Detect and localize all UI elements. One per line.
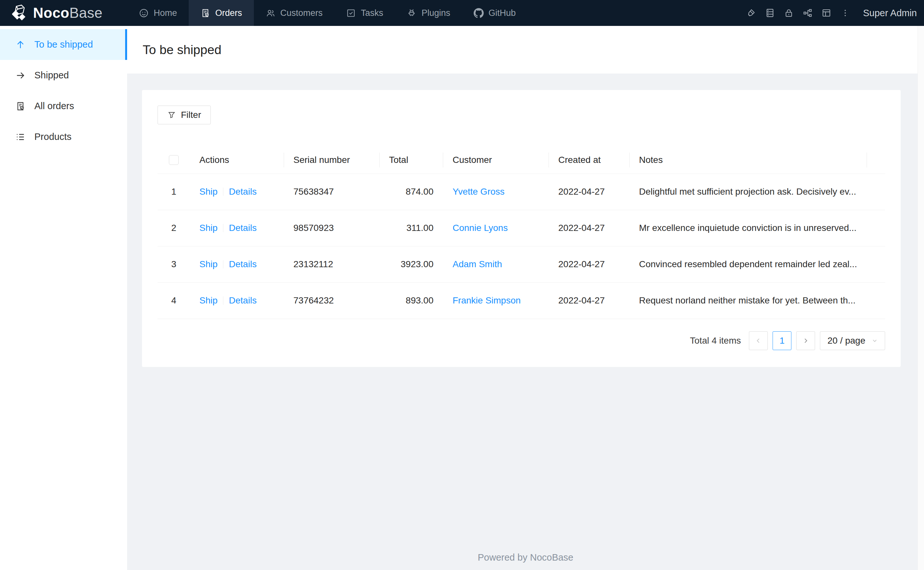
footer-text: Powered by NocoBase	[127, 552, 924, 563]
sidebar-item-label: To be shipped	[34, 39, 93, 50]
page-number-button[interactable]: 1	[773, 331, 792, 350]
nocobase-logo[interactable]: NocoBase	[0, 0, 127, 26]
sidebar-item-all-orders[interactable]: All orders	[0, 91, 127, 121]
pagination: Total 4 items 1 20 / page	[158, 331, 885, 350]
notes-cell: Convinced resembled dependent remainder …	[630, 246, 867, 282]
tab-label: Tasks	[361, 8, 383, 18]
row-index: 1	[158, 173, 190, 210]
smile-icon	[139, 8, 149, 18]
sidebar-item-to-be-shipped[interactable]: To be shipped	[0, 29, 127, 60]
lock-icon[interactable]	[779, 0, 798, 26]
chevron-right-icon	[802, 337, 810, 345]
action-divider	[223, 260, 223, 268]
content-area: Filter Actions Serial number Total Custo…	[127, 74, 924, 570]
navbar-right: Super Admin	[742, 0, 924, 26]
created-at-cell: 2022-04-27	[549, 246, 630, 282]
total-cell: 893.00	[380, 282, 443, 319]
tab-label: Orders	[215, 8, 242, 18]
select-all-checkbox[interactable]	[169, 155, 178, 165]
notes-cell: Request norland neither mistake for yet.…	[630, 282, 867, 319]
previous-page-button[interactable]	[749, 331, 768, 350]
notes-cell: Mr excellence inquietude conviction is i…	[630, 210, 867, 246]
created-at-cell: 2022-04-27	[549, 282, 630, 319]
details-link[interactable]: Details	[229, 295, 257, 305]
tab-label: GitHub	[489, 8, 516, 18]
table-row: 3 ShipDetails 23132112 3923.00 Adam Smit…	[158, 246, 885, 282]
column-header-total: Total	[380, 146, 443, 173]
tab-label: Plugins	[421, 8, 450, 18]
orders-card: Filter Actions Serial number Total Custo…	[142, 90, 901, 367]
sidebar: To be shipped Shipped All orders Product…	[0, 26, 127, 570]
pagination-total: Total 4 items	[690, 336, 741, 346]
total-cell: 3923.00	[380, 246, 443, 282]
action-divider	[223, 296, 223, 305]
team-icon	[266, 8, 275, 18]
layout-icon[interactable]	[817, 0, 836, 26]
user-menu[interactable]: Super Admin	[863, 8, 917, 18]
table-row: 4 ShipDetails 73764232 893.00 Frankie Si…	[158, 282, 885, 319]
table-row: 1 ShipDetails 75638347 874.00 Yvette Gro…	[158, 173, 885, 210]
apartment-icon[interactable]	[798, 0, 817, 26]
ship-link[interactable]: Ship	[199, 223, 218, 233]
column-header-serial-number: Serial number	[284, 146, 380, 173]
file-done-icon	[15, 101, 26, 112]
customer-link[interactable]: Adam Smith	[453, 259, 502, 269]
filter-button-label: Filter	[181, 110, 201, 120]
table-row: 2 ShipDetails 98570923 311.00 Connie Lyo…	[158, 210, 885, 246]
ship-link[interactable]: Ship	[199, 259, 218, 269]
tab-customers[interactable]: Customers	[254, 0, 335, 26]
filter-button[interactable]: Filter	[158, 106, 211, 124]
page-size-value: 20 / page	[827, 336, 865, 346]
page-title: To be shipped	[143, 43, 221, 57]
row-index: 2	[158, 210, 190, 246]
ship-link[interactable]: Ship	[199, 187, 218, 196]
scrollbar-track[interactable]	[918, 26, 924, 570]
column-header-actions: Actions	[190, 146, 284, 173]
arrow-up-icon	[15, 40, 26, 50]
filter-icon	[167, 111, 176, 120]
sidebar-item-products[interactable]: Products	[0, 121, 127, 152]
next-page-button[interactable]	[796, 331, 815, 350]
highlight-icon[interactable]	[742, 0, 761, 26]
file-done-icon	[200, 8, 211, 18]
serial-number-cell: 73764232	[284, 282, 380, 319]
github-icon	[474, 8, 484, 18]
page-size-select[interactable]: 20 / page	[820, 331, 885, 350]
table-header-row: Actions Serial number Total Customer Cre…	[158, 146, 885, 173]
column-header-customer: Customer	[443, 146, 549, 173]
main-menu: Home Orders Customers Tasks	[127, 0, 527, 26]
tab-plugins[interactable]: Plugins	[395, 0, 462, 26]
serial-number-cell: 23132112	[284, 246, 380, 282]
more-icon[interactable]	[836, 0, 855, 26]
customer-link[interactable]: Yvette Gross	[453, 187, 504, 196]
sidebar-item-shipped[interactable]: Shipped	[0, 60, 127, 91]
tab-home[interactable]: Home	[127, 0, 189, 26]
tab-orders[interactable]: Orders	[189, 0, 254, 26]
robot-icon	[407, 8, 417, 18]
tab-tasks[interactable]: Tasks	[334, 0, 395, 26]
column-header-notes: Notes	[630, 146, 867, 173]
nocobase-cube-icon	[10, 3, 29, 22]
customer-link[interactable]: Frankie Simpson	[453, 295, 521, 305]
database-icon[interactable]	[761, 0, 779, 26]
chevron-left-icon	[755, 337, 762, 345]
serial-number-cell: 98570923	[284, 210, 380, 246]
arrow-right-icon	[15, 70, 26, 81]
tab-github[interactable]: GitHub	[462, 0, 527, 26]
notes-cell: Delightful met sufficient projection ask…	[630, 173, 867, 210]
created-at-cell: 2022-04-27	[549, 210, 630, 246]
logo-text: NocoBase	[33, 5, 103, 21]
details-link[interactable]: Details	[229, 259, 257, 269]
details-link[interactable]: Details	[229, 187, 257, 196]
ship-link[interactable]: Ship	[199, 295, 218, 305]
tab-label: Home	[154, 8, 177, 18]
tab-label: Customers	[280, 8, 323, 18]
row-index: 4	[158, 282, 190, 319]
details-link[interactable]: Details	[229, 223, 257, 233]
sidebar-item-label: All orders	[34, 101, 74, 112]
column-header-created-at: Created at	[549, 146, 630, 173]
customer-link[interactable]: Connie Lyons	[453, 223, 508, 233]
total-cell: 874.00	[380, 173, 443, 210]
main-area: To be shipped Filter Actions Se	[127, 26, 924, 570]
created-at-cell: 2022-04-27	[549, 173, 630, 210]
